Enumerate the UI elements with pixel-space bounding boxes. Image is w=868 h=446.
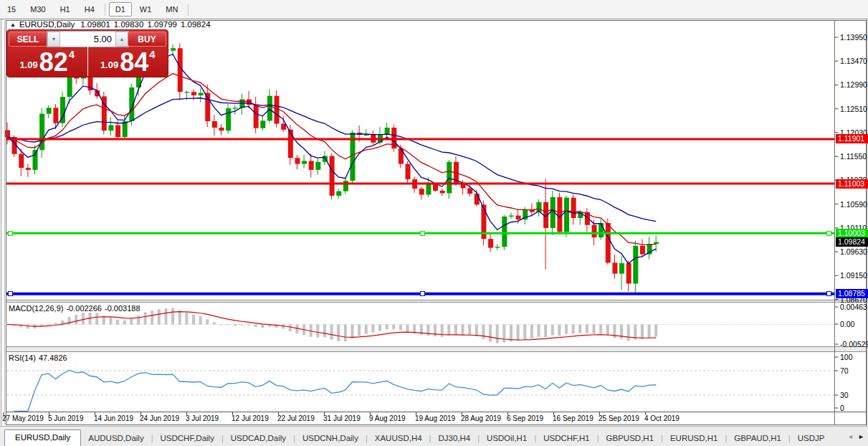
chart-tab-eurusd-daily[interactable]: EURUSD,Daily [4, 430, 81, 446]
volume-increase-button[interactable]: ▲ [115, 32, 128, 47]
date-axis-label: 6 Sep 2019 [507, 414, 543, 422]
date-axis-label: 24 Jun 2019 [140, 414, 179, 422]
timeframe-button-15[interactable]: 15 [1, 2, 22, 16]
date-axis-label: 14 Jun 2019 [94, 414, 133, 422]
chart-tab-usdchf-daily[interactable]: USDCHF,Daily [153, 430, 221, 446]
chart-tab-usdcnh-daily[interactable]: USDCNH,Daily [295, 430, 366, 446]
triangle-down-icon: ▼ [52, 37, 57, 42]
timeframe-button-h4[interactable]: H4 [78, 2, 101, 16]
rsi-axis-label: 30 [840, 391, 849, 399]
macd-main-value: -0.002266 [66, 304, 102, 313]
tab-scroll-right-icon[interactable]: ► [858, 433, 864, 440]
price-line-tag[interactable]: 1.08785 [836, 289, 868, 298]
rsi-axis-label: 70 [840, 366, 849, 375]
hline-handle[interactable] [420, 291, 425, 296]
trade-price-row: 1.09824 1.09844 [7, 47, 168, 76]
timeframe-toolbar: 15M30H1H4D1W1MN [0, 0, 868, 19]
chart-tab-eurusd-h1[interactable]: EURUSD,H1 [663, 430, 725, 446]
volume-decrease-button[interactable]: ▼ [47, 32, 60, 47]
date-axis-label: 19 Aug 2019 [415, 414, 455, 422]
hline-handle[interactable] [420, 231, 425, 236]
toolbar-separator [105, 4, 105, 16]
timeframe-button-m30[interactable]: M30 [24, 2, 52, 16]
rsi-axis-label: 0 [840, 404, 844, 412]
quote-close: 1.09824 [181, 20, 211, 29]
date-axis-label: 12 Jul 2019 [232, 414, 269, 422]
date-axis-label: 22 Jul 2019 [277, 414, 315, 422]
macd-axis-label: 0.00463 [840, 303, 867, 311]
buy-price-display[interactable]: 1.09844 [88, 47, 168, 76]
quote-low: 1.09799 [147, 20, 177, 29]
buy-price-prefix: 1.09 [100, 60, 118, 70]
sell-price-display[interactable]: 1.09824 [7, 47, 88, 76]
macd-title: MACD(12,26,9) [9, 304, 63, 313]
tab-scroll-left-icon[interactable]: ◄ [847, 433, 854, 440]
chart-tab-xauusd-h4[interactable]: XAUUSD,H4 [368, 430, 429, 446]
rsi-axis-label: 100 [840, 353, 853, 361]
buy-button[interactable]: BUY [128, 32, 166, 47]
price-line-tag[interactable]: 1.11901 [836, 134, 868, 143]
hline-handle[interactable] [826, 291, 831, 296]
date-axis-label: 4 Oct 2019 [644, 414, 679, 422]
current-price-tag: 1.09824 [836, 237, 868, 247]
price-line-tag[interactable]: 1.10003 [836, 229, 868, 238]
mt4-window: 15M30H1H4D1W1MN ▲EURUSD,Daily1.098011.09… [0, 0, 868, 446]
date-axis-label: 9 Aug 2019 [369, 414, 406, 422]
macd-signal-value: -0.003188 [105, 304, 140, 313]
chart-tab-gbpusd-h1[interactable]: GBPUSD,H1 [599, 430, 661, 446]
date-axis-label: 5 Jun 2019 [48, 414, 84, 422]
macd-axis-label: -0.005299 [840, 340, 868, 348]
sell-price-pips: 4 [69, 48, 75, 60]
price-line-tag[interactable]: 1.11003 [836, 179, 868, 189]
quote-high: 1.09830 [114, 20, 144, 29]
price-axis-label: 1.13950 [840, 33, 867, 42]
rsi-title: RSI(14) [9, 354, 36, 362]
rsi-indicator-label: RSI(14)47.4826 [9, 354, 70, 362]
buy-price-big: 84 [120, 51, 148, 74]
sell-price-big: 82 [39, 51, 68, 74]
date-axis-label: 27 May 2019 [2, 414, 44, 422]
chart-symbol-period: EURUSD,Daily [19, 20, 75, 29]
chart-tab-dj30-h4[interactable]: DJ30,H4 [431, 430, 477, 446]
price-axis-label: 1.11550 [840, 152, 867, 161]
rsi-value: 47.4826 [39, 354, 67, 362]
one-click-trading-panel: SELL ▼ 5.00 ▲ BUY 1.09824 1.09844 [6, 29, 168, 77]
date-axis-label: 28 Aug 2019 [461, 414, 501, 422]
volume-input[interactable]: 5.00 [60, 32, 115, 47]
price-axis-label: 1.10590 [840, 200, 867, 209]
chart-tab-gbpaud-h1[interactable]: GBPAUD,H1 [727, 430, 788, 446]
volume-spinner: ▼ 5.00 ▲ [47, 31, 129, 47]
price-axis-label: 1.09150 [840, 271, 867, 280]
date-axis-label: 3 Jul 2019 [186, 414, 219, 422]
macd-axis-label: 0.00 [840, 320, 854, 328]
symbol-marker-icon: ▲ [10, 22, 16, 28]
chart-tab-usdjp[interactable]: USDJP [791, 430, 832, 446]
timeframe-button-w1[interactable]: W1 [133, 2, 158, 16]
toolbar-separator [188, 4, 189, 16]
quote-open: 1.09801 [80, 20, 110, 29]
triangle-up-icon: ▲ [120, 37, 125, 42]
date-axis-label: 16 Sep 2019 [553, 414, 593, 422]
buy-price-pips: 4 [149, 48, 155, 60]
hline-handle[interactable] [826, 231, 831, 236]
chart-tab-usdcad-daily[interactable]: USDCAD,Daily [224, 430, 293, 446]
chart-tab-audusd-daily[interactable]: AUDUSD,Daily [81, 430, 151, 446]
chart-tab-bar: EURUSD,DailyAUDUSD,Daily|USDCHF,Daily|US… [0, 426, 868, 446]
timeframe-button-h1[interactable]: H1 [54, 2, 77, 16]
date-axis-label: 31 Jul 2019 [323, 414, 361, 422]
price-axis-label: 1.09630 [840, 247, 867, 256]
hline-handle[interactable] [8, 231, 13, 236]
sell-button[interactable]: SELL [9, 32, 47, 47]
price-axis-label: 1.12990 [840, 80, 867, 89]
macd-indicator-label: MACD(12,26,9)-0.002266-0.003188 [9, 304, 143, 313]
date-axis-label: 25 Sep 2019 [598, 414, 639, 422]
timeframe-button-d1[interactable]: D1 [109, 2, 132, 16]
chart-tab-usdoil-h1[interactable]: USDOil,H1 [480, 430, 534, 446]
timeframe-button-mn[interactable]: MN [159, 2, 184, 16]
price-axis-label: 1.13470 [840, 57, 867, 65]
sell-price-prefix: 1.09 [19, 60, 37, 70]
chart-ohlc-header: ▲EURUSD,Daily1.098011.098301.097991.0982… [10, 20, 211, 29]
tab-scroll-buttons: ◄ ► [844, 427, 868, 446]
chart-tab-usdchf-h1[interactable]: USDCHF,H1 [536, 430, 597, 446]
hline-handle[interactable] [8, 291, 13, 296]
